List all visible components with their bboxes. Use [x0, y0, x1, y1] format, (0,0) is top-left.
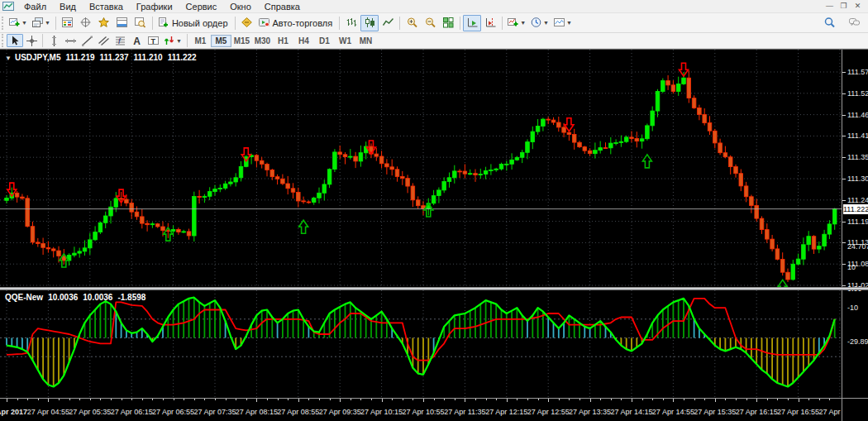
dropdown-caret-icon[interactable]: ▼ — [21, 20, 27, 26]
horizontal-line-button[interactable] — [62, 34, 79, 47]
price-axis-label: 111.520 — [847, 89, 868, 98]
chat-button[interactable] — [845, 15, 863, 31]
trendline-button[interactable] — [79, 34, 95, 47]
time-axis-label: 27 Apr 14:15 — [610, 408, 652, 416]
market-watch-button[interactable] — [59, 15, 77, 31]
period-button-D1[interactable]: D1 — [314, 35, 335, 47]
toolbar-drag-handle[interactable] — [2, 17, 5, 30]
metaeditor-button[interactable] — [238, 15, 256, 31]
time-tick — [122, 399, 122, 400]
price-tick — [842, 136, 846, 136]
menu-item-файл[interactable]: Файл — [17, 1, 53, 12]
time-tick — [590, 399, 591, 402]
data-window-button[interactable] — [77, 15, 95, 31]
price-axis-label: 111.465 — [847, 111, 868, 119]
time-axis-label: 27 Apr 15:35 — [694, 408, 736, 416]
zoom-out-button[interactable] — [421, 15, 439, 31]
auto-scroll-button[interactable] — [463, 15, 481, 31]
chart-close-value: 111.222 — [168, 53, 197, 62]
time-tick — [131, 399, 132, 400]
templates-button[interactable]: ▼ — [551, 15, 575, 31]
close-button[interactable]: ✕ — [851, 2, 865, 12]
crosshair-button[interactable] — [23, 34, 40, 47]
menu-item-сервис[interactable]: Сервис — [179, 1, 224, 12]
chart-shift-button[interactable] — [481, 15, 499, 31]
periods-button[interactable]: ▼ — [528, 15, 551, 31]
period-button-M30[interactable]: M30 — [252, 35, 273, 47]
search-button[interactable] — [820, 15, 838, 31]
time-tick — [413, 399, 413, 400]
minimize-button[interactable]: — — [823, 2, 837, 12]
svg-text:T: T — [150, 36, 155, 45]
text-label-button[interactable]: T — [145, 34, 161, 47]
time-tick — [142, 399, 143, 400]
zoom-in-button[interactable] — [403, 15, 421, 31]
menu-item-вставка[interactable]: Вставка — [83, 1, 130, 12]
price-axis[interactable]: 111.575111.520111.465111.410111.355111.3… — [842, 50, 868, 421]
chart-line-button[interactable] — [379, 15, 397, 31]
menu-items: ФайлВидВставкаГрафикиСервисОкноСправка — [17, 1, 307, 12]
indicators-button[interactable]: ▼ — [505, 15, 528, 31]
menu-item-графики[interactable]: Графики — [130, 1, 179, 12]
pane-splitter[interactable] — [0, 287, 868, 290]
fibo-button[interactable]: f — [112, 34, 128, 47]
period-button-M5[interactable]: M5 — [211, 35, 231, 47]
equidistant-channel-button[interactable] — [95, 34, 112, 47]
menu-item-окно[interactable]: Окно — [223, 1, 258, 12]
navigator-button[interactable] — [95, 15, 113, 31]
time-tick — [808, 399, 809, 400]
profiles-button[interactable]: ▼ — [30, 15, 53, 31]
terminal-button[interactable] — [113, 15, 131, 31]
indicator-header: QQE-New10.003610.0036-1.8598 — [5, 293, 145, 302]
period-button-H1[interactable]: H1 — [273, 35, 293, 47]
time-axis[interactable]: 27 Apr 201727 Apr 04:5527 Apr 05:3527 Ap… — [0, 398, 842, 421]
main-chart-pane[interactable] — [0, 50, 842, 287]
time-tick — [704, 399, 705, 400]
time-tick — [152, 399, 153, 400]
new-order-button[interactable]: Новый ордер — [155, 15, 232, 31]
price-axis-label: 111.355 — [847, 153, 868, 161]
new-chart-button[interactable]: ▼ — [7, 15, 30, 31]
time-axis-label: 27 Apr 10:15 — [360, 408, 403, 416]
text-button[interactable]: A — [128, 34, 145, 47]
vertical-line-button[interactable] — [45, 34, 62, 47]
dropdown-caret-icon[interactable]: ▼ — [45, 20, 50, 26]
price-tick — [842, 222, 846, 222]
dropdown-caret-icon[interactable]: ▼ — [566, 20, 572, 26]
chart-candles-button[interactable] — [360, 15, 379, 31]
arrows-tool-button[interactable]: ▼ — [161, 34, 184, 47]
dropdown-caret-icon[interactable]: ▼ — [543, 20, 549, 26]
menu-item-вид[interactable]: Вид — [53, 1, 83, 12]
period-button-H4[interactable]: H4 — [293, 35, 314, 47]
toolbar-drag-handle[interactable] — [2, 34, 5, 47]
new-order-icon — [158, 17, 169, 28]
period-button-MN[interactable]: MN — [355, 35, 376, 47]
main-chart-background[interactable] — [0, 50, 842, 287]
menu-item-справка[interactable]: Справка — [258, 1, 307, 12]
time-tick — [434, 399, 435, 400]
dropdown-caret-icon[interactable]: ▼ — [176, 38, 182, 44]
chart-bars-button[interactable] — [342, 15, 360, 31]
price-tick — [842, 264, 846, 265]
tile-windows-button[interactable] — [439, 15, 457, 31]
indicator-pane[interactable] — [0, 290, 842, 398]
chart-open-value: 111.219 — [66, 53, 95, 62]
time-tick — [288, 399, 289, 400]
time-tick — [684, 399, 684, 400]
time-tick — [579, 399, 580, 400]
autotrading-button[interactable]: Авто-торговля — [256, 15, 337, 31]
restore-button[interactable]: ❐ — [837, 2, 851, 12]
time-tick — [559, 399, 560, 400]
period-button-M15[interactable]: M15 — [231, 35, 252, 47]
time-tick — [736, 399, 737, 400]
tile-windows-icon — [443, 17, 454, 28]
trendline-icon — [82, 36, 93, 46]
time-tick — [308, 399, 309, 400]
current-price-tag: 111.222 — [843, 204, 868, 214]
period-button-M1[interactable]: M1 — [190, 35, 211, 47]
cursor-button[interactable] — [7, 34, 23, 47]
strategy-tester-button[interactable] — [131, 15, 150, 31]
dropdown-caret-icon[interactable]: ▼ — [520, 20, 526, 26]
period-button-W1[interactable]: W1 — [335, 35, 355, 47]
collapse-pane-icon[interactable]: ▼ — [5, 55, 12, 62]
